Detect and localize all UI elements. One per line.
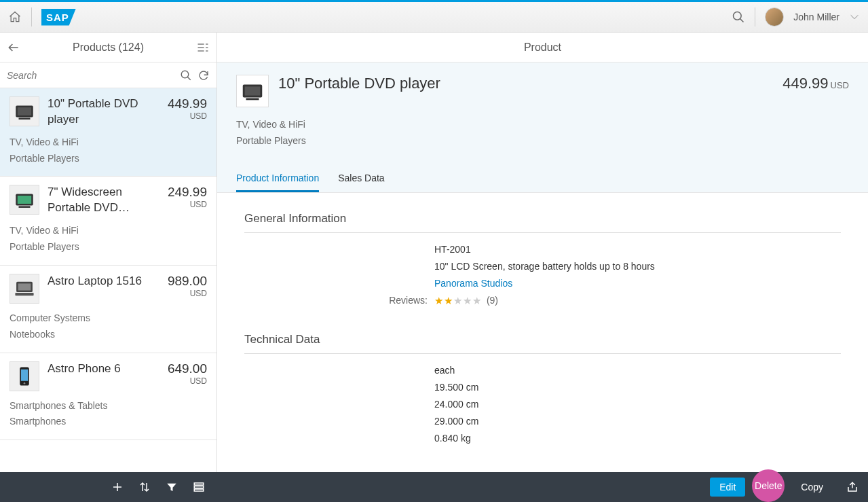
list-item[interactable]: 10" Portable DVD player 449.99 USD TV, V… [0, 88, 216, 177]
list-item[interactable]: Astro Laptop 1516 989.00 USD Computer Sy… [0, 266, 216, 353]
list-item[interactable]: Astro Phone 6 649.00 USD Smartphones & T… [0, 353, 216, 441]
sort-icon[interactable] [138, 481, 151, 493]
sap-logo: SAP [41, 9, 76, 26]
back-icon[interactable] [7, 41, 20, 54]
refresh-icon[interactable] [197, 69, 210, 82]
star-icon: ★ [444, 293, 453, 309]
svg-point-22 [24, 382, 26, 384]
product-price: 449.99 USD [168, 96, 207, 128]
category-primary: TV, Video & HiFi [236, 117, 849, 133]
tab-bar: Product Information Sales Data [236, 166, 849, 192]
shell-header: SAP John Miller [0, 2, 868, 33]
footer: Edit Delete Copy [0, 472, 868, 502]
section-general-title: General Information [244, 212, 841, 233]
product-name: Astro Laptop 1516 [48, 274, 159, 304]
rating-stars: ★★★★★ [434, 293, 481, 309]
tech-unit: each [434, 363, 455, 378]
home-icon[interactable] [8, 10, 22, 24]
delete-button[interactable]: Delete [752, 469, 785, 502]
product-thumb [10, 185, 39, 215]
footer-master [0, 472, 217, 502]
star-icon: ★ [463, 293, 472, 309]
product-categories: TV, Video & HiFi Portable Players [10, 135, 207, 167]
reviews-label: Reviews: [244, 293, 434, 309]
product-categories: Computer Systems Notebooks [10, 310, 207, 343]
svg-rect-19 [15, 293, 33, 295]
list-item[interactable]: 7" Widescreen Portable DVD… 249.99 USD T… [0, 177, 216, 265]
product-list[interactable]: 10" Portable DVD player 449.99 USD TV, V… [0, 88, 216, 472]
search-input[interactable] [7, 70, 174, 81]
price-value: 449.99 [782, 75, 828, 92]
star-icon: ★ [472, 293, 481, 309]
product-categories: TV, Video & HiFi Portable Players [10, 223, 207, 255]
tech-dim2: 24.000 cm [434, 397, 478, 412]
star-icon: ★ [453, 293, 462, 309]
svg-rect-32 [194, 489, 204, 491]
tech-weight: 0.840 kg [434, 431, 471, 446]
product-id: HT-2001 [434, 243, 471, 257]
svg-rect-18 [18, 283, 31, 290]
price-currency: USD [831, 80, 849, 90]
svg-rect-31 [194, 486, 204, 488]
svg-rect-21 [21, 369, 28, 380]
tech-dim1: 19.500 cm [434, 380, 478, 395]
reviews-value: ★★★★★ (9) [434, 293, 498, 309]
product-thumb [10, 274, 39, 304]
search-icon[interactable] [732, 10, 745, 24]
tab-product-information[interactable]: Product Information [236, 166, 319, 192]
svg-rect-30 [194, 483, 204, 485]
review-count: (9) [487, 295, 498, 306]
svg-rect-13 [19, 118, 31, 120]
divider [755, 7, 755, 26]
svg-rect-25 [246, 98, 259, 100]
svg-rect-16 [19, 207, 31, 209]
category-secondary: Portable Players [236, 133, 849, 149]
copy-button[interactable]: Copy [791, 478, 833, 497]
product-description: 10" LCD Screen, storage battery holds up… [434, 259, 655, 274]
tech-dim3: 29.000 cm [434, 414, 478, 429]
master-title: Products (124) [20, 41, 196, 54]
svg-rect-12 [18, 107, 31, 115]
avatar[interactable] [765, 7, 784, 26]
star-icon: ★ [434, 293, 443, 309]
filter-icon[interactable] [166, 481, 178, 493]
tab-sales-data[interactable]: Sales Data [338, 166, 384, 192]
svg-point-0 [734, 12, 742, 20]
product-price: 649.00 USD [168, 361, 207, 391]
product-thumb [10, 361, 39, 391]
object-header: 10" Portable DVD player 449.99USD TV, Vi… [217, 62, 868, 193]
master-panel: Products (124) 10" Portable DVD player 4… [0, 33, 217, 472]
svg-point-9 [181, 71, 189, 78]
user-name: John Miller [793, 12, 839, 22]
detail-header-title: Product [217, 33, 868, 62]
footer-detail: Edit Delete Copy [217, 472, 868, 502]
object-attributes: TV, Video & HiFi Portable Players [236, 117, 849, 149]
product-categories: Smartphones & Tablets Smartphones [10, 398, 207, 431]
detail-panel: Product 10" Portable DVD player 449.99US… [217, 33, 868, 472]
detail-content: General Information HT-2001 10" LCD Scre… [217, 193, 868, 472]
product-name: 7" Widescreen Portable DVD… [48, 185, 159, 216]
product-price: 989.00 USD [168, 274, 207, 304]
edit-button[interactable]: Edit [710, 478, 745, 497]
chevron-down-icon[interactable] [849, 12, 860, 22]
search-icon[interactable] [180, 69, 192, 82]
product-image [236, 75, 269, 107]
svg-rect-15 [18, 196, 31, 204]
product-name: 10" Portable DVD player [48, 96, 159, 128]
object-title: 10" Portable DVD player [278, 75, 773, 92]
group-icon[interactable] [193, 481, 205, 493]
master-header: Products (124) [0, 33, 216, 62]
product-name: Astro Phone 6 [48, 361, 159, 391]
svg-line-10 [187, 77, 191, 80]
section-technical-title: Technical Data [244, 333, 841, 354]
add-icon[interactable] [111, 481, 124, 493]
supplier-link[interactable]: Panorama Studios [434, 276, 512, 291]
svg-rect-24 [245, 86, 261, 95]
svg-line-1 [740, 19, 744, 22]
share-icon[interactable] [846, 481, 858, 493]
divider [31, 7, 32, 26]
product-price: 249.99 USD [168, 185, 207, 216]
master-search-bar [0, 62, 216, 88]
object-price: 449.99USD [782, 75, 849, 92]
list-settings-icon[interactable] [196, 41, 210, 54]
